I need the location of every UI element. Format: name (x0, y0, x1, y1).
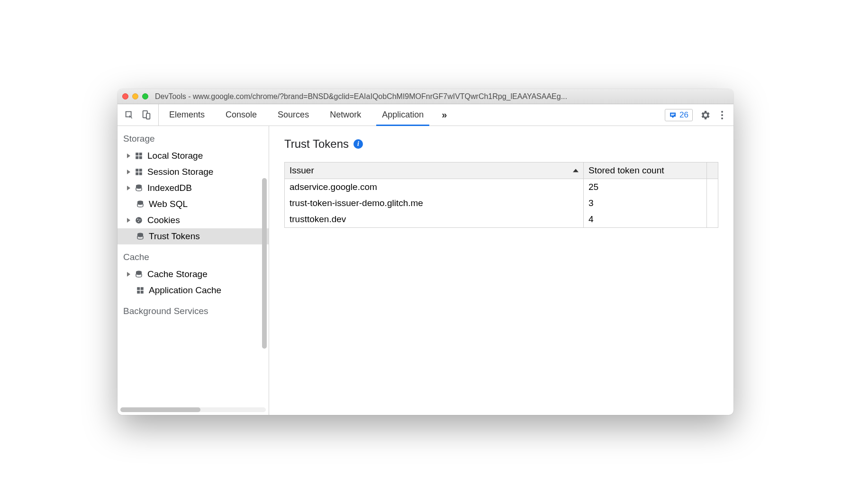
issuer-cell: adservice.google.com (285, 179, 584, 196)
table-row[interactable]: adservice.google.com 25 (285, 179, 718, 196)
settings-icon[interactable] (699, 109, 711, 121)
minimize-icon[interactable] (132, 93, 138, 99)
sidebar-item-trust-tokens[interactable]: Trust Tokens (118, 228, 269, 244)
sidebar-item-session-storage[interactable]: Session Storage (118, 164, 269, 180)
message-icon (669, 111, 677, 119)
trust-tokens-table: Issuer Stored token count adservice.goog… (284, 162, 718, 228)
table-row[interactable]: trust-token-issuer-demo.glitch.me 3 (285, 195, 718, 211)
svg-point-4 (136, 217, 142, 224)
tab-application[interactable]: Application (371, 104, 434, 126)
sidebar-item-label: Web SQL (149, 199, 188, 209)
zoom-icon[interactable] (142, 93, 148, 99)
sidebar-item-label: IndexedDB (147, 183, 192, 193)
sidebar: Storage Local Storage Session Storage In… (118, 126, 269, 415)
count-cell: 25 (584, 179, 707, 196)
col-issuer[interactable]: Issuer (285, 162, 584, 179)
sidebar-item-label: Trust Tokens (149, 231, 200, 242)
database-icon (136, 232, 145, 241)
device-toggle-icon[interactable] (141, 110, 152, 120)
sidebar-item-cookies[interactable]: Cookies (118, 212, 269, 228)
grid-icon (136, 286, 145, 295)
svg-point-5 (137, 219, 138, 220)
expand-icon (127, 186, 130, 190)
window-title: DevTools - www.google.com/chrome/?brand=… (155, 92, 729, 101)
database-icon (134, 183, 144, 193)
close-icon[interactable] (122, 93, 128, 99)
sidebar-section-background-services: Background Services (118, 298, 269, 320)
sidebar-section-cache: Cache Cache Storage Application Cache (118, 244, 269, 298)
col-count[interactable]: Stored token count (584, 162, 707, 179)
sidebar-item-cache-storage[interactable]: Cache Storage (118, 266, 269, 282)
sidebar-scrollbar-horizontal[interactable] (120, 407, 266, 412)
info-icon[interactable]: i (353, 139, 363, 149)
count-cell: 3 (584, 195, 707, 211)
devtools-window: DevTools - www.google.com/chrome/?brand=… (118, 89, 733, 415)
sidebar-item-web-sql[interactable]: Web SQL (118, 196, 269, 212)
svg-point-7 (138, 221, 139, 222)
expand-icon (127, 153, 130, 158)
panel-content: Trust Tokens i Issuer Stored token count… (269, 126, 733, 415)
sidebar-item-label: Session Storage (147, 167, 213, 177)
sidebar-item-indexeddb[interactable]: IndexedDB (118, 180, 269, 196)
tab-sources[interactable]: Sources (267, 104, 319, 126)
expand-icon (127, 170, 130, 174)
table-row[interactable]: trusttoken.dev 4 (285, 211, 718, 228)
inspect-icon[interactable] (124, 110, 135, 120)
titlebar: DevTools - www.google.com/chrome/?brand=… (118, 89, 733, 104)
issuer-cell: trust-token-issuer-demo.glitch.me (285, 195, 584, 211)
sidebar-item-label: Application Cache (149, 285, 221, 296)
expand-icon (127, 272, 130, 277)
grid-icon (134, 167, 144, 177)
section-label-storage: Storage (118, 126, 269, 148)
svg-point-6 (139, 219, 140, 220)
sidebar-item-label: Cookies (147, 215, 180, 225)
tab-network[interactable]: Network (319, 104, 371, 126)
grid-icon (134, 151, 144, 161)
issues-badge[interactable]: 26 (665, 109, 693, 121)
database-icon (136, 199, 145, 209)
section-label-cache: Cache (118, 244, 269, 266)
tab-console[interactable]: Console (215, 104, 267, 126)
tab-strip: Elements Console Sources Network Applica… (159, 104, 658, 126)
col-spacer (707, 162, 718, 179)
issuer-cell: trusttoken.dev (285, 211, 584, 228)
sidebar-section-storage: Storage Local Storage Session Storage In… (118, 126, 269, 244)
count-cell: 4 (584, 211, 707, 228)
panel-title: Trust Tokens i (284, 137, 718, 151)
devtools-toolbar: Elements Console Sources Network Applica… (118, 104, 733, 126)
panel-title-text: Trust Tokens (284, 137, 349, 151)
more-options-icon[interactable] (717, 111, 727, 119)
section-label-bg-services: Background Services (118, 298, 269, 320)
traffic-lights (122, 93, 148, 99)
expand-icon (127, 218, 130, 223)
sidebar-item-label: Cache Storage (147, 269, 208, 279)
database-icon (134, 270, 144, 279)
cookie-icon (134, 216, 144, 225)
sidebar-item-local-storage[interactable]: Local Storage (118, 148, 269, 164)
sidebar-scrollbar-vertical[interactable] (262, 178, 267, 349)
tab-elements[interactable]: Elements (159, 104, 215, 126)
issues-count: 26 (679, 110, 688, 120)
sidebar-item-application-cache[interactable]: Application Cache (118, 282, 269, 298)
sidebar-item-label: Local Storage (147, 151, 203, 161)
svg-rect-1 (146, 113, 150, 119)
tabs-overflow-icon[interactable]: » (434, 104, 454, 126)
app-body: Storage Local Storage Session Storage In… (118, 126, 733, 415)
